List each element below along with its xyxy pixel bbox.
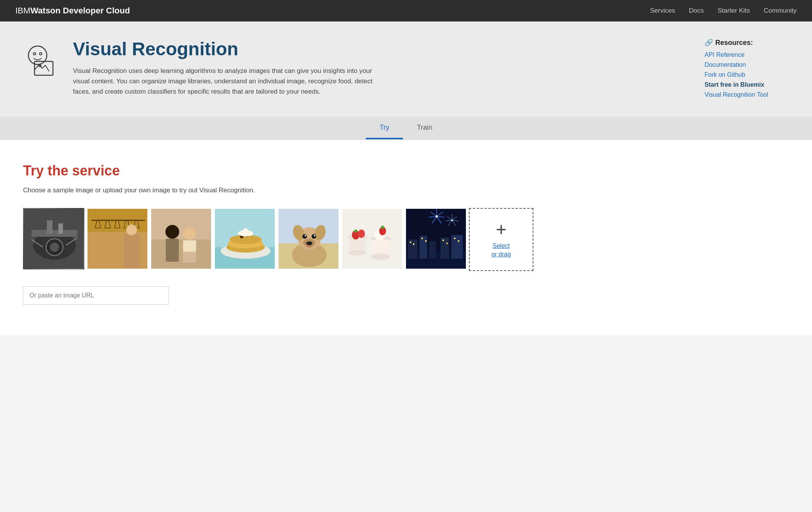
svg-rect-3 — [35, 61, 53, 75]
brand-watson: Watson Developer Cloud — [30, 6, 130, 15]
svg-point-46 — [312, 234, 316, 239]
sample-image-7[interactable] — [405, 208, 467, 269]
svg-rect-8 — [47, 220, 53, 234]
page-title: Visual Recognition — [73, 38, 689, 59]
nav-community[interactable]: Community — [764, 7, 797, 14]
svg-point-2 — [40, 53, 42, 55]
hero-section: Visual Recognition Visual Recognition us… — [0, 21, 812, 117]
url-input[interactable] — [23, 286, 169, 305]
tab-train[interactable]: Train — [403, 117, 446, 139]
svg-point-55 — [358, 230, 365, 238]
svg-rect-71 — [413, 243, 414, 245]
svg-rect-75 — [446, 243, 448, 244]
svg-point-11 — [50, 243, 59, 252]
brand: IBMWatson Developer Cloud — [15, 6, 130, 16]
nav-starter-kits[interactable]: Starter Kits — [718, 7, 750, 14]
svg-rect-69 — [451, 235, 463, 259]
url-input-section — [23, 286, 789, 305]
resource-fork-github[interactable]: Fork on Github — [705, 71, 745, 78]
sample-image-2[interactable] — [87, 208, 148, 269]
svg-rect-7 — [31, 230, 78, 237]
svg-point-62 — [381, 226, 384, 229]
main-content: Try the service Choose a sample image or… — [0, 140, 812, 335]
svg-rect-23 — [166, 239, 179, 262]
svg-rect-77 — [458, 240, 459, 242]
upload-box[interactable]: + Select or drag — [469, 208, 533, 271]
sample-image-3[interactable] — [150, 208, 212, 269]
svg-point-22 — [165, 225, 179, 239]
svg-point-56 — [354, 230, 357, 233]
svg-rect-74 — [442, 239, 444, 241]
nav-links: Services Docs Starter Kits Community — [650, 7, 797, 15]
svg-rect-66 — [419, 236, 427, 259]
resource-start-bluemix[interactable]: Start free in Bluemix — [705, 81, 764, 88]
svg-rect-9 — [58, 223, 63, 234]
resources-panel: 🔗 Resources: API Reference Documentation… — [705, 38, 789, 98]
image-gallery: + Select or drag — [23, 208, 789, 271]
resource-api-ref[interactable]: API Reference — [705, 51, 744, 58]
svg-rect-76 — [454, 238, 456, 239]
brand-ibm: IBM — [15, 6, 30, 15]
nav-services[interactable]: Services — [650, 7, 675, 14]
upload-plus-icon: + — [496, 220, 507, 239]
sample-image-5[interactable] — [278, 208, 339, 269]
navbar: IBMWatson Developer Cloud Services Docs … — [0, 0, 812, 21]
svg-rect-21 — [151, 239, 212, 269]
upload-label: Select or drag — [492, 242, 511, 259]
sample-image-6[interactable] — [342, 208, 403, 269]
svg-point-19 — [126, 225, 137, 235]
svg-point-93 — [451, 220, 453, 221]
svg-point-1 — [33, 53, 36, 55]
resource-documentation[interactable]: Documentation — [705, 61, 746, 68]
sample-image-4[interactable] — [214, 208, 276, 269]
section-title: Try the service — [23, 163, 789, 179]
svg-point-45 — [302, 234, 307, 239]
svg-point-49 — [306, 241, 312, 245]
svg-point-92 — [436, 215, 438, 218]
svg-rect-73 — [425, 240, 427, 242]
sample-image-1[interactable] — [23, 208, 84, 269]
hero-description: Visual Recognition uses deep learning al… — [73, 66, 388, 97]
link-icon: 🔗 — [705, 38, 713, 47]
svg-rect-70 — [410, 241, 411, 243]
svg-rect-72 — [421, 238, 423, 239]
svg-rect-65 — [408, 239, 418, 259]
section-description: Choose a sample image or upload your own… — [23, 187, 789, 194]
svg-rect-68 — [441, 238, 449, 259]
tab-try[interactable]: Try — [366, 117, 403, 139]
svg-point-37 — [243, 228, 248, 234]
svg-point-59 — [371, 254, 390, 260]
svg-rect-18 — [124, 234, 139, 269]
svg-point-24 — [183, 228, 196, 240]
resources-list: API Reference Documentation Fork on Gith… — [705, 51, 789, 98]
resources-heading: 🔗 Resources: — [705, 38, 789, 47]
nav-docs[interactable]: Docs — [689, 7, 704, 14]
svg-point-53 — [349, 250, 366, 256]
hero-icon — [23, 41, 58, 78]
svg-rect-67 — [429, 241, 436, 259]
tabs-bar: Try Train — [0, 117, 812, 140]
svg-point-47 — [305, 235, 306, 236]
svg-point-48 — [314, 235, 315, 236]
resource-vr-tool[interactable]: Visual Recognition Tool — [705, 91, 768, 98]
hero-content: Visual Recognition Visual Recognition us… — [73, 38, 689, 97]
svg-rect-26 — [183, 240, 196, 252]
